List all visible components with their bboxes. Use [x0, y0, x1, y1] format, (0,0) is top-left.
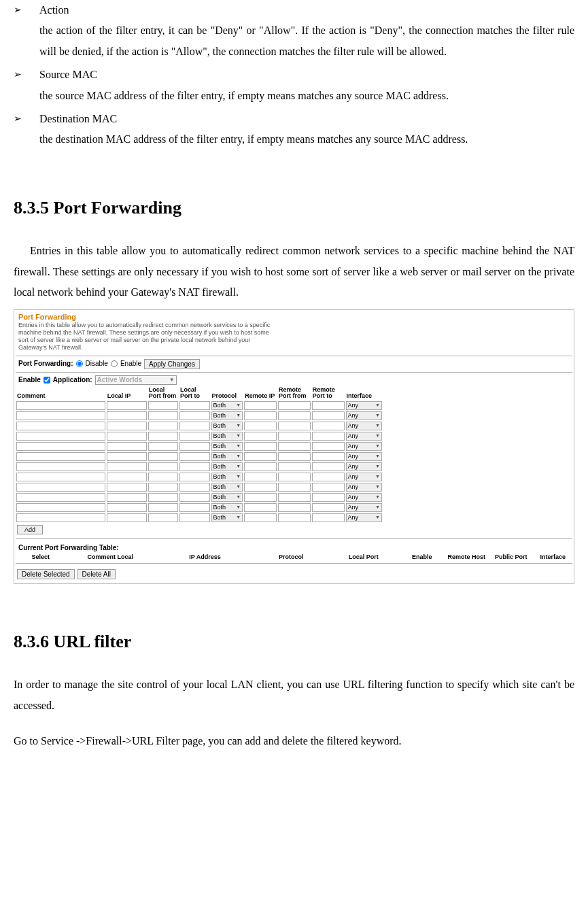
- remote-port-from-input[interactable]: [278, 452, 311, 461]
- local-port-from-input[interactable]: [148, 442, 178, 451]
- local-ip-input[interactable]: [107, 483, 147, 492]
- local-ip-input[interactable]: [107, 422, 147, 430]
- local-port-to-input[interactable]: [179, 462, 209, 471]
- comment-input[interactable]: [16, 442, 105, 451]
- remote-port-to-input[interactable]: [312, 422, 345, 430]
- remote-ip-input[interactable]: [244, 422, 277, 430]
- protocol-select[interactable]: Both▼: [211, 513, 243, 522]
- comment-input[interactable]: [16, 452, 105, 461]
- remote-port-to-input[interactable]: [312, 452, 345, 461]
- local-port-to-input[interactable]: [179, 432, 209, 441]
- remote-port-to-input[interactable]: [312, 473, 345, 481]
- local-ip-input[interactable]: [107, 411, 147, 420]
- local-port-to-input[interactable]: [179, 411, 209, 420]
- local-port-to-input[interactable]: [179, 493, 209, 502]
- local-ip-input[interactable]: [107, 442, 147, 451]
- local-port-from-input[interactable]: [148, 432, 178, 441]
- remote-ip-input[interactable]: [244, 452, 277, 461]
- local-port-to-input[interactable]: [179, 483, 209, 492]
- local-ip-input[interactable]: [107, 452, 147, 461]
- comment-input[interactable]: [16, 493, 105, 502]
- remote-ip-input[interactable]: [244, 432, 277, 441]
- protocol-select[interactable]: Both▼: [211, 503, 243, 512]
- protocol-select[interactable]: Both▼: [211, 483, 243, 492]
- comment-input[interactable]: [16, 432, 105, 441]
- remote-port-from-input[interactable]: [278, 483, 311, 492]
- interface-select[interactable]: Any▼: [346, 422, 382, 430]
- remote-ip-input[interactable]: [244, 411, 277, 420]
- remote-port-from-input[interactable]: [278, 422, 311, 430]
- interface-select[interactable]: Any▼: [346, 442, 382, 451]
- comment-input[interactable]: [16, 401, 105, 410]
- local-port-from-input[interactable]: [148, 452, 178, 461]
- protocol-select[interactable]: Both▼: [211, 422, 243, 430]
- remote-ip-input[interactable]: [244, 462, 277, 471]
- protocol-select[interactable]: Both▼: [211, 462, 243, 471]
- comment-input[interactable]: [16, 473, 105, 481]
- local-ip-input[interactable]: [107, 493, 147, 502]
- local-port-to-input[interactable]: [179, 503, 209, 512]
- local-port-to-input[interactable]: [179, 513, 209, 522]
- protocol-select[interactable]: Both▼: [211, 432, 243, 441]
- protocol-select[interactable]: Both▼: [211, 493, 243, 502]
- remote-ip-input[interactable]: [244, 401, 277, 410]
- local-port-from-input[interactable]: [148, 493, 178, 502]
- add-button[interactable]: Add: [17, 525, 43, 535]
- protocol-select[interactable]: Both▼: [211, 401, 243, 410]
- comment-input[interactable]: [16, 422, 105, 430]
- remote-port-from-input[interactable]: [278, 462, 311, 471]
- remote-port-to-input[interactable]: [312, 462, 345, 471]
- interface-select[interactable]: Any▼: [346, 493, 382, 502]
- comment-input[interactable]: [16, 462, 105, 471]
- interface-select[interactable]: Any▼: [346, 401, 382, 410]
- interface-select[interactable]: Any▼: [346, 452, 382, 461]
- remote-ip-input[interactable]: [244, 483, 277, 492]
- remote-port-from-input[interactable]: [278, 401, 311, 410]
- protocol-select[interactable]: Both▼: [211, 452, 243, 461]
- interface-select[interactable]: Any▼: [346, 432, 382, 441]
- local-port-to-input[interactable]: [179, 473, 209, 481]
- interface-select[interactable]: Any▼: [346, 503, 382, 512]
- interface-select[interactable]: Any▼: [346, 483, 382, 492]
- remote-ip-input[interactable]: [244, 442, 277, 451]
- remote-ip-input[interactable]: [244, 513, 277, 522]
- local-port-from-input[interactable]: [148, 411, 178, 420]
- local-port-from-input[interactable]: [148, 503, 178, 512]
- local-port-to-input[interactable]: [179, 422, 209, 430]
- remote-port-to-input[interactable]: [312, 513, 345, 522]
- interface-select[interactable]: Any▼: [346, 473, 382, 481]
- delete-all-button[interactable]: Delete All: [77, 569, 116, 579]
- comment-input[interactable]: [16, 513, 105, 522]
- interface-select[interactable]: Any▼: [346, 411, 382, 420]
- local-port-from-input[interactable]: [148, 513, 178, 522]
- interface-select[interactable]: Any▼: [346, 513, 382, 522]
- remote-port-to-input[interactable]: [312, 401, 345, 410]
- apply-changes-button[interactable]: Apply Changes: [144, 359, 200, 369]
- comment-input[interactable]: [16, 503, 105, 512]
- remote-port-to-input[interactable]: [312, 503, 345, 512]
- comment-input[interactable]: [16, 411, 105, 420]
- local-ip-input[interactable]: [107, 513, 147, 522]
- local-ip-input[interactable]: [107, 401, 147, 410]
- application-select[interactable]: Active Worlds ▼: [95, 375, 177, 385]
- remote-port-from-input[interactable]: [278, 442, 311, 451]
- local-ip-input[interactable]: [107, 473, 147, 481]
- remote-port-to-input[interactable]: [312, 442, 345, 451]
- comment-input[interactable]: [16, 483, 105, 492]
- interface-select[interactable]: Any▼: [346, 462, 382, 471]
- local-port-from-input[interactable]: [148, 401, 178, 410]
- remote-port-from-input[interactable]: [278, 411, 311, 420]
- remote-port-from-input[interactable]: [278, 513, 311, 522]
- disable-radio[interactable]: [76, 360, 83, 367]
- local-port-from-input[interactable]: [148, 462, 178, 471]
- remote-port-to-input[interactable]: [312, 432, 345, 441]
- local-port-from-input[interactable]: [148, 473, 178, 481]
- local-ip-input[interactable]: [107, 503, 147, 512]
- remote-ip-input[interactable]: [244, 473, 277, 481]
- enable-radio[interactable]: [111, 360, 118, 367]
- local-port-from-input[interactable]: [148, 422, 178, 430]
- remote-port-to-input[interactable]: [312, 483, 345, 492]
- remote-port-to-input[interactable]: [312, 493, 345, 502]
- remote-port-from-input[interactable]: [278, 493, 311, 502]
- local-port-to-input[interactable]: [179, 452, 209, 461]
